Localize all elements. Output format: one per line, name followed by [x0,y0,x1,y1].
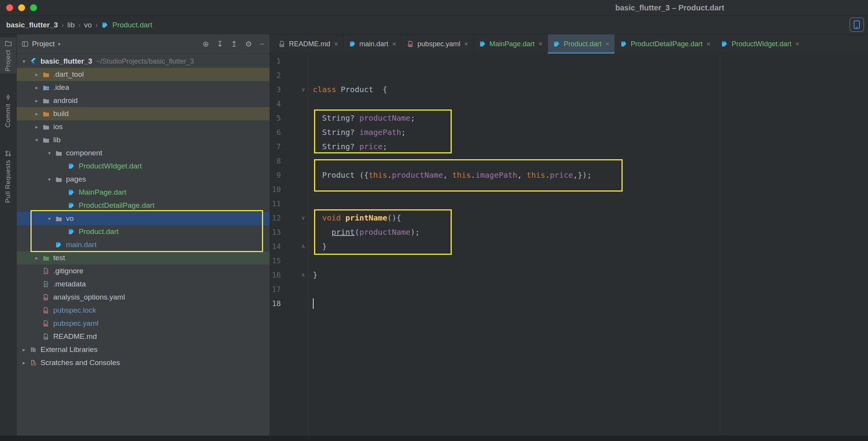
tree-item-external-libraries[interactable]: ▸External Libraries [17,343,270,356]
chevron-expanded-icon[interactable]: ▾ [44,215,54,222]
code-segment: imagePath [359,128,401,137]
tree-item-mainpage-dart[interactable]: MainPage.dart [17,186,270,199]
tab-close-icon[interactable]: × [539,40,543,48]
chevron-collapsed-icon[interactable]: ▸ [32,124,42,130]
tree-item-pubspec-lock[interactable]: pubspec.lock [17,304,270,317]
tab-productwidget-dart[interactable]: ProductWIdget.dart× [716,34,805,54]
tab-close-icon[interactable]: × [605,40,610,48]
tree-item-label: test [53,254,65,262]
tree-item-component[interactable]: ▾component [17,146,270,160]
tree-item-test[interactable]: ▸test [17,251,270,264]
code-segment: String? [313,142,359,151]
tree-item-lib[interactable]: ▾lib [17,133,270,146]
collapse-all-icon[interactable]: ↥ [231,40,238,48]
chevron-expanded-icon[interactable]: ▾ [44,176,54,182]
code-line: 12∨ void printName(){ [270,211,868,225]
tab-close-icon[interactable]: × [464,40,468,48]
tab-close-icon[interactable]: × [392,40,397,48]
folder-icon [42,123,50,130]
breadcrumb-item-vo[interactable]: vo [84,21,92,29]
line-number: 5 [270,111,309,125]
zoom-window-button[interactable] [30,4,37,11]
chevron-expanded-icon[interactable]: ▾ [32,137,42,143]
tool-strip-item-pull-requests[interactable]: Pull Requests [4,148,12,205]
hide-panel-icon[interactable]: − [260,40,264,48]
breadcrumb-item-lib[interactable]: lib [67,21,74,29]
tree-item-dart-tool[interactable]: ▸.dart_tool [17,68,270,81]
code-text: class Product { [309,82,387,97]
editor-code[interactable]: 123∨class Product {45 String? productNam… [270,54,868,436]
tree-item-pubspec-yaml[interactable]: pubspec.yaml [17,317,270,330]
tree-item-main-dart[interactable]: main.dart [17,238,270,251]
fold-down-icon[interactable]: ∨ [299,211,307,225]
tree-item-productwidget-dart[interactable]: ProductWIdget.dart [17,160,270,173]
tool-strip-item-project[interactable]: Project [0,37,16,74]
breadcrumb-item-product-dart[interactable]: Product.dart [112,21,152,29]
code-segment: } [313,270,317,279]
tree-item-basic-flutter-3[interactable]: ▾basic_flutter_3~/StudioProjects/basic_f… [17,55,270,68]
tab-close-icon[interactable]: × [706,40,711,48]
tab-productdetailpage-dart[interactable]: ProductDetailPage.dart× [615,34,716,54]
project-view-selector[interactable]: Project [32,40,55,48]
expand-all-icon[interactable]: ↧ [217,40,223,48]
fold-up-icon[interactable]: ∧ [299,268,307,282]
code-segment: } [313,242,327,251]
folder-idea-icon [42,84,50,91]
chevron-down-icon[interactable]: ▾ [58,41,61,47]
tree-item-analysis-options-yaml[interactable]: analysis_options.yaml [17,291,270,304]
chevron-collapsed-icon[interactable]: ▸ [32,84,42,91]
fold-down-icon[interactable]: ∨ [299,82,307,97]
tree-item-vo[interactable]: ▾vo [17,212,270,225]
code-text: } [309,268,317,282]
tree-item-label: pages [66,175,86,183]
tree-item-build[interactable]: ▸build [17,107,270,120]
tree-item-label: lib [53,136,61,144]
tree-item-path: ~/StudioProjects/basic_flutter_3 [96,57,194,66]
tab-readme-md[interactable]: README.md× [273,34,344,54]
breadcrumb-bar: basic_flutter_3›lib›vo›Product.dart [0,15,868,34]
breadcrumb-item-basic-flutter-3[interactable]: basic_flutter_3 [6,21,58,29]
chevron-collapsed-icon[interactable]: ▸ [32,71,42,77]
tree-item-gitignore[interactable]: .gitignore [17,264,270,278]
tab-pubspec-yaml[interactable]: pubspec.yaml× [402,34,474,54]
tree-item-readme-md[interactable]: README.md [17,330,270,343]
fold-up-icon[interactable]: ∧ [299,239,307,254]
code-text: String? productName; [309,111,415,125]
chevron-collapsed-icon[interactable]: ▸ [32,111,42,117]
tab-main-dart[interactable]: main.dart× [344,34,402,54]
chevron-collapsed-icon[interactable]: ▸ [32,255,42,261]
md-icon [278,40,286,47]
tab-product-dart[interactable]: Product.dart× [548,34,615,54]
tree-item-label: vo [66,214,74,223]
folder-excluded-icon [42,71,50,78]
running-devices-button[interactable] [849,17,864,32]
tool-strip-item-commit[interactable]: Commit [4,91,12,130]
tree-item-android[interactable]: ▸android [17,94,270,107]
chevron-expanded-icon[interactable]: ▾ [44,150,54,156]
tree-item-idea[interactable]: ▸.idea [17,81,270,94]
code-line: 4 [270,97,868,111]
code-segment: , [443,170,452,180]
chevron-expanded-icon[interactable]: ▾ [19,58,29,64]
yaml-icon [42,320,50,327]
code-segment: String? [313,113,359,123]
settings-icon[interactable]: ⚙ [245,40,252,48]
tab-close-icon[interactable]: × [795,40,800,48]
tab-mainpage-dart[interactable]: MainPage.dart× [474,34,548,54]
tree-item-pages[interactable]: ▾pages [17,173,270,186]
minimize-window-button[interactable] [18,4,25,11]
tab-close-icon[interactable]: × [334,40,338,48]
tree-item-metadata[interactable]: .metadata [17,278,270,291]
chevron-collapsed-icon[interactable]: ▸ [19,360,29,366]
tree-item-product-dart[interactable]: Product.dart [17,225,270,238]
tool-strip-label: Commit [4,104,12,128]
commit-tool-icon [4,94,12,101]
locate-icon[interactable]: ⊕ [203,40,209,48]
chevron-collapsed-icon[interactable]: ▸ [19,347,29,353]
chevron-collapsed-icon[interactable]: ▸ [32,98,42,104]
tree-item-productdetailpage-dart[interactable]: ProductDetailPage.dart [17,199,270,212]
tree-item-label: README.md [53,332,97,341]
tree-item-scratches-and-consoles[interactable]: ▸Scratches and Consoles [17,356,270,369]
tree-item-ios[interactable]: ▸ios [17,120,270,133]
close-window-button[interactable] [6,4,13,11]
